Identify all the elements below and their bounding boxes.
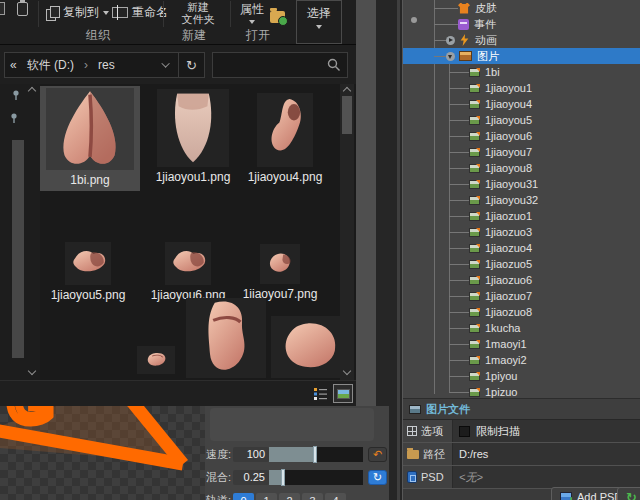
tree-item-1jiaozuo6[interactable]: 1jiaozuo6 bbox=[403, 272, 640, 288]
file-item-1jiaoyou7.png[interactable]: 1jiaoyou7.png bbox=[236, 244, 324, 301]
nav-scrollbar-thumb[interactable] bbox=[12, 140, 24, 358]
file-item-unnamed-8[interactable] bbox=[270, 316, 348, 378]
tree-item-动画[interactable]: 动画 bbox=[403, 32, 640, 48]
psd-label: PSD bbox=[421, 471, 444, 483]
tree-item-1kucha[interactable]: 1kucha bbox=[403, 320, 640, 336]
tree-guide-stub bbox=[434, 8, 458, 9]
tree-item-1jiaozuo1[interactable]: 1jiaozuo1 bbox=[403, 208, 640, 224]
tree-item-1jiaoyou1[interactable]: 1jiaoyou1 bbox=[403, 80, 640, 96]
image-file-icon bbox=[469, 356, 480, 365]
pin-icon[interactable] bbox=[10, 89, 22, 101]
nav-scroll-down-icon[interactable] bbox=[28, 367, 36, 375]
refresh-button[interactable]: ↻ bbox=[178, 53, 204, 77]
tree-item-label: 1jiaozuo8 bbox=[485, 306, 532, 318]
tree-item-1jiaoyou4[interactable]: 1jiaoyou4 bbox=[403, 96, 640, 112]
track-button-4[interactable]: 4 bbox=[325, 493, 346, 500]
tree-item-1jiaoyou32[interactable]: 1jiaoyou32 bbox=[403, 192, 640, 208]
tree-item-1maoyi1[interactable]: 1maoyi1 bbox=[403, 336, 640, 352]
mix-value[interactable]: 0.25 bbox=[233, 470, 269, 485]
mix-slider-handle[interactable] bbox=[281, 469, 285, 486]
tree-item-1jiaozuo3[interactable]: 1jiaozuo3 bbox=[403, 224, 640, 240]
spine-viewport[interactable]: G bbox=[0, 406, 205, 500]
psd-value[interactable]: <无> bbox=[453, 466, 640, 488]
tree-item-1jiaoyou31[interactable]: 1jiaoyou31 bbox=[403, 176, 640, 192]
track-button-3[interactable]: 3 bbox=[302, 493, 323, 500]
tree-item-label: 1jiaoyou8 bbox=[485, 162, 532, 174]
mix-slider[interactable] bbox=[269, 470, 363, 485]
file-item-unnamed-7[interactable] bbox=[186, 298, 266, 378]
breadcrumb-folder[interactable]: res bbox=[93, 58, 120, 72]
animation-icon bbox=[459, 34, 470, 46]
group-organize-label: 组织 bbox=[68, 27, 128, 44]
scroll-down-icon[interactable] bbox=[343, 367, 351, 375]
speed-slider-handle[interactable] bbox=[313, 446, 317, 463]
loop-button[interactable]: ↻ bbox=[368, 470, 387, 485]
rename-button[interactable]: 重命名 bbox=[112, 4, 168, 21]
track-buttons: 01234 bbox=[233, 493, 346, 500]
clipboard-icon[interactable] bbox=[17, 2, 28, 16]
file-item-1bi.png[interactable]: 1bi.png bbox=[40, 86, 140, 191]
tree-item-1jiaozuo8[interactable]: 1jiaozuo8 bbox=[403, 304, 640, 320]
speed-slider[interactable] bbox=[269, 447, 363, 462]
properties-button[interactable]: 属性 bbox=[240, 1, 264, 24]
preview-controls-recess bbox=[210, 408, 374, 441]
image-file-icon bbox=[469, 276, 480, 285]
file-item-1jiaoyou5.png[interactable]: 1jiaoyou5.png bbox=[43, 242, 133, 302]
tree-item-事件[interactable]: 事件 bbox=[403, 16, 640, 32]
tree-item-label: 1jiaoyou1 bbox=[485, 82, 532, 94]
pin-icon[interactable] bbox=[8, 112, 20, 124]
search-input[interactable] bbox=[213, 58, 327, 72]
new-folder-button[interactable]: 新建 文件夹 bbox=[170, 1, 226, 25]
clipped-icon bbox=[0, 2, 5, 15]
file-scrollbar-thumb[interactable] bbox=[342, 96, 352, 134]
track-button-1[interactable]: 1 bbox=[256, 493, 277, 500]
breadcrumb-collapse-glyph[interactable]: « bbox=[5, 58, 22, 72]
tree-item-label: 1jiaoyou4 bbox=[485, 98, 532, 110]
thumbnail-view-button[interactable] bbox=[333, 384, 353, 403]
file-scrollbar[interactable] bbox=[340, 84, 354, 380]
tree-item-皮肤[interactable]: 皮肤 bbox=[403, 0, 640, 16]
spine-tree-panel: 皮肤事件动画图片1bi1jiaoyou11jiaoyou41jiaoyou51j… bbox=[402, 0, 640, 500]
tree-item-1jiaoyou6[interactable]: 1jiaoyou6 bbox=[403, 128, 640, 144]
details-view-button[interactable] bbox=[314, 387, 328, 400]
nav-scroll-up-icon[interactable] bbox=[28, 87, 36, 95]
tree-item-1piyou[interactable]: 1piyou bbox=[403, 368, 640, 384]
file-item-unnamed-6[interactable] bbox=[136, 346, 176, 374]
track-button-0[interactable]: 0 bbox=[233, 493, 254, 500]
tree-toggle-expanded-icon[interactable] bbox=[446, 52, 455, 61]
folder-history-icon[interactable] bbox=[270, 11, 285, 23]
breadcrumb-dropdown-icon[interactable] bbox=[161, 59, 169, 67]
select-button[interactable]: 选择 bbox=[296, 0, 342, 44]
file-thumbnail bbox=[186, 298, 266, 378]
tree-item-1jiaozuo7[interactable]: 1jiaozuo7 bbox=[403, 288, 640, 304]
tree-item-1jiaoyou5[interactable]: 1jiaoyou5 bbox=[403, 112, 640, 128]
speed-value[interactable]: 100 bbox=[233, 447, 269, 462]
options-row: 选项 限制扫描 bbox=[403, 420, 640, 443]
reload-button[interactable]: ↻ 刷新 bbox=[617, 487, 640, 500]
file-item-1jiaoyou6.png[interactable]: 1jiaoyou6.png bbox=[143, 242, 233, 302]
file-item-1jiaoyou1.png[interactable]: 1jiaoyou1.png bbox=[152, 89, 234, 184]
tree-guide-stub bbox=[449, 328, 469, 329]
breadcrumb-drive[interactable]: 软件 (D:) bbox=[22, 57, 79, 74]
tree-item-label: 1piyou bbox=[485, 370, 517, 382]
track-button-2[interactable]: 2 bbox=[279, 493, 300, 500]
tree-item-1jiaozuo4[interactable]: 1jiaozuo4 bbox=[403, 240, 640, 256]
path-value[interactable]: D:/res bbox=[453, 443, 640, 465]
tree-item-1jiaoyou8[interactable]: 1jiaoyou8 bbox=[403, 160, 640, 176]
tree-rows: 皮肤事件动画图片1bi1jiaoyou11jiaoyou41jiaoyou51j… bbox=[403, 0, 640, 400]
tree-item-1bi[interactable]: 1bi bbox=[403, 64, 640, 80]
file-item-1jiaoyou4.png[interactable]: 1jiaoyou4.png bbox=[246, 93, 324, 184]
chevron-down-icon bbox=[103, 11, 109, 15]
breadcrumb[interactable]: « 软件 (D:) › res ↻ bbox=[4, 52, 205, 78]
tree-item-label: 1jiaozuo1 bbox=[485, 210, 532, 222]
tree-item-1jiaoyou7[interactable]: 1jiaoyou7 bbox=[403, 144, 640, 160]
tree-toggle-collapsed-icon[interactable] bbox=[446, 36, 455, 45]
reset-speed-button[interactable]: ↶ bbox=[368, 447, 387, 462]
tree-item-1jiaozuo5[interactable]: 1jiaozuo5 bbox=[403, 256, 640, 272]
copy-to-button[interactable]: 复制到 bbox=[46, 4, 109, 21]
tree-item-1maoyi2[interactable]: 1maoyi2 bbox=[403, 352, 640, 368]
tree-item-图片[interactable]: 图片 bbox=[403, 48, 640, 64]
scroll-up-icon[interactable] bbox=[343, 87, 351, 95]
limit-scan-checkbox[interactable] bbox=[459, 426, 470, 437]
chevron-down-icon bbox=[316, 25, 322, 29]
